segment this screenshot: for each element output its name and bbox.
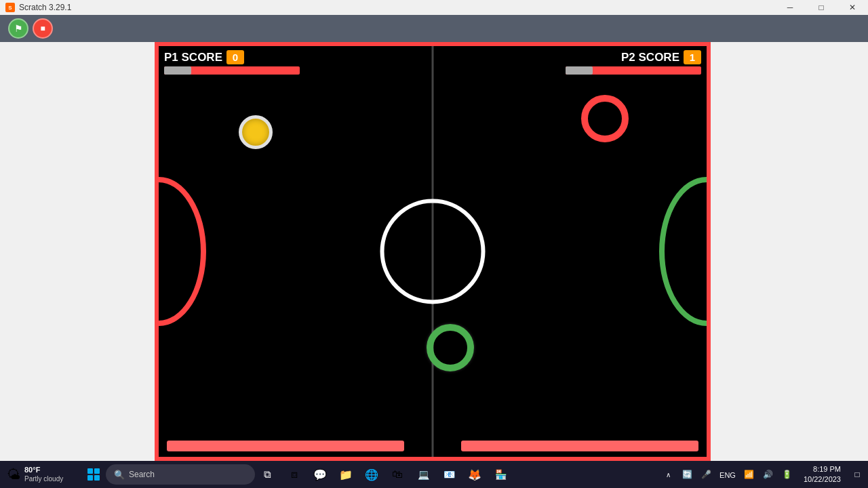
taskbar-store-button[interactable]: 🛍 (385, 462, 410, 487)
taskbar-date: 10/22/2023 (804, 474, 841, 485)
close-button[interactable]: ✕ (837, 0, 868, 15)
taskbar-extra-button[interactable]: 🏪 (488, 462, 513, 487)
weather-info: 80°F Partly cloudy (24, 466, 63, 483)
stop-icon: ■ (40, 24, 45, 33)
taskbar-chat-button[interactable]: 💬 (308, 462, 332, 487)
tray-mic-icon[interactable]: 🎤 (698, 466, 714, 483)
p1-score-label: P1 SCORE (164, 51, 222, 64)
weather-temp: 80°F (24, 466, 63, 474)
p2-score-container: P2 SCORE 1 (621, 50, 701, 64)
green-flag-button[interactable]: ⚑ (8, 18, 28, 39)
p2-score-label: P2 SCORE (621, 51, 679, 64)
taskbar-edge-button[interactable]: 🌐 (359, 462, 384, 487)
game-stage: P1 SCORE 0 P2 SCORE 1 (155, 42, 711, 461)
minimize-button[interactable]: ─ (774, 0, 806, 15)
left-goal (155, 177, 206, 326)
task-view-button[interactable]: ⧉ (255, 462, 279, 487)
p1-progress-bar (164, 66, 300, 75)
scratch-toolbar: ⚑ ■ (0, 15, 868, 42)
taskbar-mail-button[interactable]: 📧 (437, 462, 461, 487)
taskbar-files-button[interactable]: 📁 (334, 462, 358, 487)
title-bar-left: S Scratch 3.29.1 (0, 3, 774, 12)
p1-paddle (239, 115, 273, 149)
p2-paddle (581, 95, 629, 142)
search-icon: 🔍 (114, 470, 125, 480)
p2-score-value: 1 (684, 50, 701, 64)
tray-battery-icon[interactable]: 🔋 (779, 466, 795, 483)
tray-notification-button[interactable]: □ (849, 466, 865, 483)
start-button[interactable] (81, 462, 106, 487)
window-title: Scratch 3.29.1 (19, 3, 71, 12)
weather-desc: Partly cloudy (24, 475, 63, 483)
tray-sound-icon[interactable]: 🔊 (760, 466, 776, 483)
maximize-button[interactable]: □ (806, 0, 837, 15)
p1-score-value: 0 (226, 50, 244, 64)
taskbar-clock[interactable]: 8:19 PM 10/22/2023 (798, 464, 846, 485)
weather-icon: 🌤 (7, 467, 20, 483)
tray-language[interactable]: ENG (717, 468, 738, 481)
title-bar: S Scratch 3.29.1 ─ □ ✕ (0, 0, 868, 15)
tray-overflow-button[interactable]: ∧ (660, 466, 676, 483)
taskbar: 🌤 80°F Partly cloudy 🔍 Search ⧉ ⧈ 💬 📁 (0, 461, 868, 488)
tray-refresh-icon[interactable]: 🔄 (679, 466, 695, 483)
tray-network-icon[interactable]: 📶 (741, 466, 757, 483)
taskbar-apps: ⧈ 💬 📁 🌐 🛍 💻 📧 🦊 🏪 (282, 462, 513, 487)
search-text: Search (129, 470, 155, 479)
p2-progress-bar (566, 66, 701, 75)
game-puck (427, 324, 474, 371)
green-flag-icon: ⚑ (14, 23, 23, 34)
center-circle (380, 199, 486, 304)
task-view-icon: ⧉ (264, 468, 271, 481)
weather-widget[interactable]: 🌤 80°F Partly cloudy (0, 466, 81, 483)
lang-label: ENG (719, 471, 736, 479)
p1-bottom-bar (167, 441, 404, 451)
windows-icon (87, 468, 100, 481)
taskbar-widgets-button[interactable]: ⧈ (282, 462, 307, 487)
taskbar-time: 8:19 PM (804, 464, 841, 474)
taskbar-firefox-button[interactable]: 🦊 (462, 462, 487, 487)
taskbar-search[interactable]: 🔍 Search (106, 464, 255, 485)
stop-button[interactable]: ■ (33, 18, 53, 39)
window-controls: ─ □ ✕ (774, 0, 868, 15)
p1-score-container: P1 SCORE 0 (164, 50, 244, 64)
system-tray: ∧ 🔄 🎤 ENG 📶 🔊 🔋 8:19 PM 10/22/2023 (660, 464, 868, 485)
scratch-app-icon: S (5, 3, 15, 12)
right-goal (659, 177, 711, 326)
p2-bottom-bar (461, 441, 698, 451)
taskbar-terminal-button[interactable]: 💻 (411, 462, 435, 487)
